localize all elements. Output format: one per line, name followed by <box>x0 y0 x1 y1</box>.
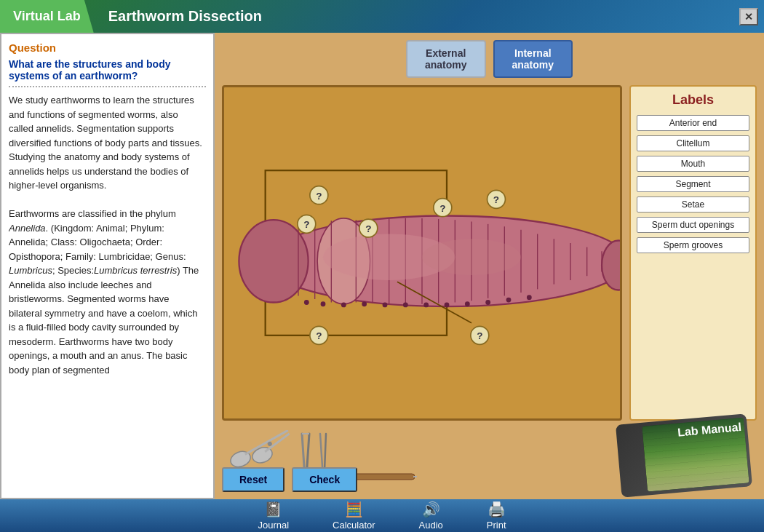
worm-svg: ? ? ? ? ? ? <box>224 87 620 418</box>
bottom-bar: 📓 Journal 🧮 Calculator 🔊 Audio 🖨️ Print <box>0 499 764 532</box>
app-title: Earthworm Dissection <box>108 8 262 25</box>
svg-point-34 <box>506 298 512 303</box>
main-area: Question What are the structures and bod… <box>0 33 764 499</box>
divider <box>9 86 206 87</box>
svg-point-35 <box>527 295 532 300</box>
worm-container: ? ? ? ? ? ? <box>222 85 622 421</box>
audio-button[interactable]: 🔊 Audio <box>419 501 443 531</box>
labels-panel: Labels Anterior end Clitellum Mouth Segm… <box>629 85 757 421</box>
journal-label: Journal <box>258 520 289 531</box>
print-button[interactable]: 🖨️ Print <box>487 501 506 531</box>
left-panel: Question What are the structures and bod… <box>0 33 215 499</box>
calculator-button[interactable]: 🧮 Calculator <box>333 501 375 531</box>
svg-text:?: ? <box>493 195 499 206</box>
svg-point-25 <box>321 301 326 306</box>
svg-point-24 <box>304 300 309 305</box>
svg-text:?: ? <box>365 223 371 234</box>
label-anterior-end[interactable]: Anterior end <box>637 115 749 131</box>
svg-point-26 <box>341 303 346 308</box>
labels-title: Labels <box>637 92 749 108</box>
svg-point-38 <box>422 239 521 275</box>
calculator-icon: 🧮 <box>345 501 363 518</box>
svg-text:?: ? <box>316 191 322 202</box>
svg-point-32 <box>465 301 470 306</box>
label-mouth[interactable]: Mouth <box>637 156 749 172</box>
check-button[interactable]: Check <box>292 467 357 492</box>
audio-icon: 🔊 <box>422 501 440 518</box>
close-button[interactable]: ✕ <box>739 8 758 25</box>
journal-button[interactable]: 📓 Journal <box>258 501 289 531</box>
lab-manual[interactable]: Lab Manual <box>616 413 752 497</box>
print-icon: 🖨️ <box>488 501 506 518</box>
svg-point-28 <box>383 303 388 308</box>
svg-text:?: ? <box>303 220 309 231</box>
tools-row: Reset Check Lab Manual <box>222 426 757 492</box>
print-label: Print <box>487 520 506 531</box>
tab-internal-anatomy[interactable]: Internalanatomy <box>493 40 573 78</box>
reset-button[interactable]: Reset <box>222 467 284 492</box>
svg-point-29 <box>403 303 408 308</box>
svg-point-27 <box>362 301 367 306</box>
journal-icon: 📓 <box>264 501 282 518</box>
question-header: Question <box>9 41 206 54</box>
dissection-area: ? ? ? ? ? ? <box>222 85 757 421</box>
title-bar: Virtual Lab Earthworm Dissection ✕ <box>0 0 764 33</box>
action-buttons: Reset Check <box>222 467 357 492</box>
label-setae[interactable]: Setae <box>637 196 749 213</box>
label-sperm-duct-openings[interactable]: Sperm duct openings <box>637 217 749 233</box>
svg-text:?: ? <box>439 203 445 214</box>
label-clitellum[interactable]: Clitellum <box>637 135 749 151</box>
tab-external-anatomy[interactable]: Externalanatomy <box>406 40 486 78</box>
svg-point-30 <box>423 303 429 308</box>
svg-point-31 <box>445 303 450 308</box>
label-segment[interactable]: Segment <box>637 176 749 192</box>
calculator-label: Calculator <box>333 520 375 531</box>
right-panel: Externalanatomy Internalanatomy <box>215 33 764 499</box>
tabs-row: Externalanatomy Internalanatomy <box>222 40 757 78</box>
svg-text:?: ? <box>477 331 482 342</box>
question-text: What are the structures and body systems… <box>9 58 206 82</box>
label-sperm-grooves[interactable]: Sperm grooves <box>637 237 749 253</box>
svg-text:?: ? <box>316 331 322 342</box>
body-text-scroll[interactable]: We study earthworms to learn the structu… <box>9 93 206 491</box>
svg-point-33 <box>485 300 490 305</box>
virtual-lab-label: Virtual Lab <box>0 0 94 33</box>
audio-label: Audio <box>419 520 443 531</box>
